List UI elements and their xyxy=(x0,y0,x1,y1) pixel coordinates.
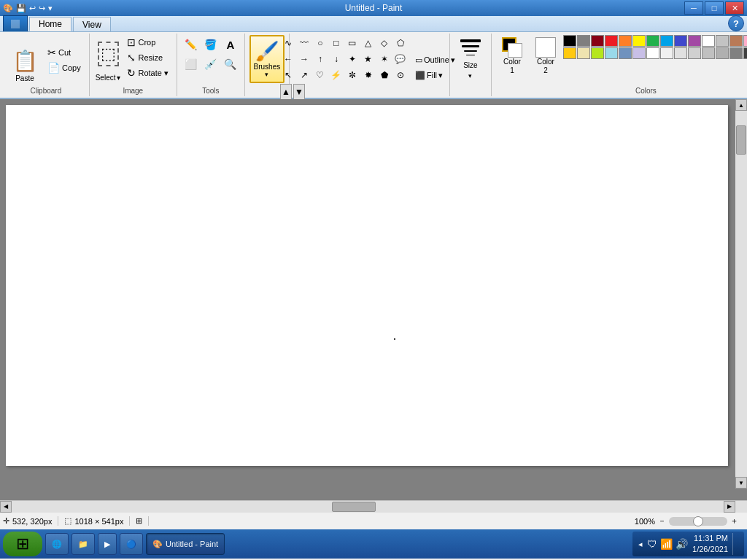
shape-misc1[interactable]: ⬟ xyxy=(376,67,392,83)
resize-button[interactable]: ⤡ Resize xyxy=(123,50,171,65)
start-button[interactable]: ⊞ xyxy=(3,532,42,556)
color-cell-r1-4[interactable] xyxy=(619,35,632,47)
color-cell-r1-7[interactable] xyxy=(660,35,673,47)
scroll-right-button[interactable]: ▶ xyxy=(724,501,735,513)
color-cell-r1-10[interactable] xyxy=(702,35,715,47)
color-cell-r1-13[interactable] xyxy=(743,35,747,47)
shape-squiggle[interactable]: 〰 xyxy=(296,35,312,51)
scroll-left-button[interactable]: ◀ xyxy=(0,501,12,513)
pencil-tool[interactable]: ✏️ xyxy=(182,35,201,54)
vertical-scrollbar[interactable]: ▲ ▼ xyxy=(735,99,747,489)
paint-menu-button[interactable] xyxy=(3,15,28,31)
color-cell-r2-6[interactable] xyxy=(646,47,659,59)
shape-curved-arrow-l[interactable]: ↖ xyxy=(280,67,296,83)
horizontal-scrollbar[interactable]: ◀ ▶ xyxy=(0,500,747,512)
crop-button[interactable]: ⊡ Crop xyxy=(123,35,171,50)
show-desktop-button[interactable] xyxy=(732,533,738,555)
scroll-up-button[interactable]: ▲ xyxy=(735,99,747,111)
help-button[interactable]: ? xyxy=(728,15,744,31)
shape-star7[interactable]: ✼ xyxy=(344,67,360,83)
tray-security-icon[interactable]: 🛡 xyxy=(647,538,657,550)
color-cell-r2-4[interactable] xyxy=(619,47,632,59)
tab-home[interactable]: Home xyxy=(29,17,71,31)
color-cell-r2-10[interactable] xyxy=(702,47,715,59)
vertical-scroll-thumb[interactable] xyxy=(736,125,746,155)
color-cell-r2-0[interactable] xyxy=(563,47,576,59)
shape-curve[interactable]: ∿ xyxy=(280,35,296,51)
color-cell-r2-2[interactable] xyxy=(591,47,604,59)
select-button[interactable]: ⬚ xyxy=(95,35,121,73)
color-cell-r2-13[interactable] xyxy=(743,47,747,59)
scroll-down-button[interactable]: ▼ xyxy=(735,477,747,489)
size-button[interactable]: Size ▾ xyxy=(454,35,487,83)
color-cell-r2-9[interactable] xyxy=(688,47,701,59)
paint-canvas[interactable] xyxy=(6,105,728,466)
color-cell-r1-9[interactable] xyxy=(688,35,701,47)
taskbar-ie-button[interactable]: 🌐 xyxy=(45,533,69,555)
shape-arrow-left[interactable]: ← xyxy=(280,51,296,67)
cut-button[interactable]: ✂ Cut xyxy=(44,45,85,60)
shape-callout[interactable]: 💬 xyxy=(392,51,409,67)
color-cell-r2-5[interactable] xyxy=(632,47,646,59)
taskbar-paint-button[interactable]: 🎨 Untitled - Paint xyxy=(146,533,225,555)
zoom-in-button[interactable]: ＋ xyxy=(730,516,738,526)
zoom-out-button[interactable]: － xyxy=(658,516,666,526)
color-cell-r2-3[interactable] xyxy=(605,47,618,59)
shape-curved-arrow-r[interactable]: ↗ xyxy=(296,67,312,83)
shape-roundrect[interactable]: ▭ xyxy=(344,35,360,51)
color-cell-r1-0[interactable] xyxy=(563,35,576,47)
color-cell-r1-5[interactable] xyxy=(632,35,646,47)
color-cell-r1-1[interactable] xyxy=(577,35,590,47)
shape-heart[interactable]: ♡ xyxy=(312,67,328,83)
tray-volume-icon[interactable]: 🔊 xyxy=(676,538,688,550)
taskbar-media-button[interactable]: ▶ xyxy=(98,533,117,555)
shape-star6[interactable]: ✶ xyxy=(376,51,392,67)
tray-time-display[interactable]: 11:31 PM 1/26/2021 xyxy=(692,533,728,556)
shape-diamond[interactable]: ◇ xyxy=(376,35,392,51)
close-button[interactable]: ✕ xyxy=(725,1,744,15)
color-cell-r2-12[interactable] xyxy=(729,47,743,59)
rotate-button[interactable]: ↻ Rotate ▾ xyxy=(123,66,171,80)
color-cell-r1-6[interactable] xyxy=(646,35,659,47)
fill-tool[interactable]: 🪣 xyxy=(201,35,220,54)
shape-rect[interactable]: □ xyxy=(328,35,344,51)
taskbar-chrome-button[interactable]: 🔵 xyxy=(120,533,143,555)
shape-pentagon[interactable]: ⬠ xyxy=(392,35,409,51)
brushes-button[interactable]: 🖌️ Brushes ▾ xyxy=(249,35,285,83)
color-cell-r1-12[interactable] xyxy=(729,35,743,47)
minimize-button[interactable]: ─ xyxy=(684,1,703,15)
shape-misc2[interactable]: ⊙ xyxy=(392,67,409,83)
tray-network-icon[interactable]: 📶 xyxy=(660,538,673,550)
tab-view[interactable]: View xyxy=(73,17,111,31)
color-picker-tool[interactable]: 💉 xyxy=(201,55,220,74)
shape-arrow-up[interactable]: ↑ xyxy=(312,51,328,67)
color-cell-r2-11[interactable] xyxy=(716,47,729,59)
quick-access-save[interactable]: 💾 xyxy=(16,4,26,13)
color-cell-r2-7[interactable] xyxy=(660,47,673,59)
copy-button[interactable]: 📄 Copy xyxy=(44,61,85,75)
quick-access-dropdown[interactable]: ▾ xyxy=(48,4,53,13)
shape-star4[interactable]: ✦ xyxy=(344,51,360,67)
zoom-slider[interactable] xyxy=(669,517,727,526)
shape-arrow-right[interactable]: → xyxy=(296,51,312,67)
shape-star8[interactable]: ✸ xyxy=(360,67,376,83)
canvas-scroll-area[interactable] xyxy=(0,99,747,500)
shape-arrow-down[interactable]: ↓ xyxy=(328,51,344,67)
color-cell-r2-8[interactable] xyxy=(674,47,687,59)
magnifier-tool[interactable]: 🔍 xyxy=(221,55,240,74)
color-cell-r1-3[interactable] xyxy=(605,35,618,47)
paste-button[interactable]: 📋 Paste xyxy=(7,36,42,85)
color1-button[interactable]: Color1 xyxy=(496,35,528,77)
color-cell-r1-11[interactable] xyxy=(716,35,729,47)
shape-star5[interactable]: ★ xyxy=(360,51,376,67)
color-cell-r1-8[interactable] xyxy=(674,35,687,47)
shape-lightning[interactable]: ⚡ xyxy=(328,67,344,83)
color2-button[interactable]: Color2 xyxy=(530,35,562,77)
color-cell-r1-2[interactable] xyxy=(591,35,604,47)
shape-scroll-up[interactable]: ▲ xyxy=(280,84,292,100)
quick-access-redo[interactable]: ↪ xyxy=(39,4,45,13)
shape-oval[interactable]: ○ xyxy=(312,35,328,51)
tray-arrow[interactable]: ◂ xyxy=(638,540,643,549)
eraser-tool[interactable]: ⬜ xyxy=(182,55,201,74)
select-label[interactable]: Select ▾ xyxy=(94,73,123,82)
